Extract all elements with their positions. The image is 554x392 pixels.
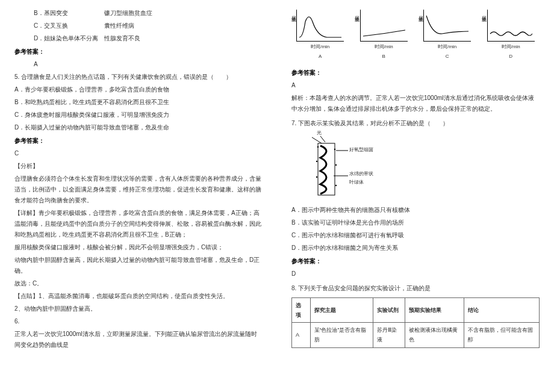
answer-header: 参考答案： — [291, 256, 540, 267]
curve-icon — [297, 10, 344, 41]
choice-line: 故选：C。 — [14, 278, 263, 289]
cell-diagram-icon — [306, 134, 366, 200]
light-label: 光 — [317, 129, 322, 137]
graph-label: B — [382, 52, 385, 61]
graph-label: C — [446, 52, 449, 61]
table-row: A 某“色拉油”是否含有脂肪 苏丹Ⅲ染液 被检测液体出现橘黄色 不含有脂肪，但可… — [292, 323, 540, 347]
y-axis-label: 尿流量 — [416, 12, 424, 14]
y-axis-label: 尿流量 — [479, 12, 488, 14]
td-reagent: 苏丹Ⅲ染液 — [373, 323, 405, 347]
x-axis-label: 时间/min — [311, 44, 329, 49]
x-axis-label: 时间/min — [375, 44, 393, 49]
answer-header: 参考答案： — [14, 135, 263, 146]
answer-header: 参考答案： — [14, 46, 263, 57]
svg-line-0 — [312, 137, 322, 143]
graph-label: D — [509, 52, 512, 61]
analysis-text: 合理膳食必须符合个体生长发育和生理状况等的需要，含有人体所需要的各种营养成分，含… — [14, 173, 263, 206]
x-axis-label: 时间/min — [502, 44, 520, 49]
svg-point-3 — [317, 146, 319, 148]
table-header-row: 选项 探究主题 实验试剂 预期实验结果 结论 — [292, 297, 540, 322]
bacteria-label: 好氧型细菌 — [349, 146, 373, 154]
detail-text-3: 动物内脏中胆固醇含量高，因此长期摄入过量的动物内脏可能导致血管堵塞，危及生命，D… — [14, 255, 263, 276]
th-topic: 探究主题 — [310, 297, 373, 322]
left-column: B．基因突变 镰刀型细胞贫血症 C．交叉互换 囊性纤维病 D．姐妹染色单体不分离… — [0, 0, 277, 392]
td-result: 被检测液体出现橘黄色 — [405, 323, 464, 347]
q4-option-c: C．交叉互换 囊性纤维病 — [14, 20, 263, 31]
answer-value: A — [291, 80, 540, 91]
tip-2: 2、动物内脏中胆固醇含量高。 — [14, 303, 263, 314]
analysis-header: 【分析】 — [14, 161, 263, 172]
chloroplast-label: 水绵的带状叶绿体 — [349, 170, 376, 187]
svg-point-8 — [335, 185, 337, 186]
td-conclusion: 不含有脂肪，但可能含有固醇 — [464, 323, 540, 347]
answer-value: C — [14, 148, 263, 159]
q7-option-b: B．该实验可证明叶绿体是光合作用的场所 — [291, 217, 540, 228]
graph-c: 尿流量 时间/min C — [424, 10, 471, 61]
td-option: A — [292, 323, 311, 347]
q6-number: 6. — [14, 316, 263, 327]
curve-icon — [361, 10, 408, 41]
answer-header: 参考答案： — [291, 67, 540, 78]
q7-option-d: D．图示中的水绵和细菌之间为寄生关系 — [291, 243, 540, 254]
q7-option-c: C．图示中的水绵和细菌都可进行有氧呼吸 — [291, 230, 540, 241]
th-option: 选项 — [292, 297, 311, 322]
td-topic: 某“色拉油”是否含有脂肪 — [310, 323, 373, 347]
svg-point-7 — [316, 176, 317, 178]
y-axis-label: 尿流量 — [352, 12, 361, 14]
detail-text-2: 服用核酸类保健口服液时，核酸会被分解，因此不会明显增强免疫力，C错误； — [14, 242, 263, 253]
th-conclusion: 结论 — [464, 297, 540, 322]
svg-point-4 — [334, 149, 335, 150]
curve-icon — [488, 10, 535, 41]
q7-stem: 7. 下图表示某实验及其结果，对此分析不正确的是（ ） — [291, 118, 540, 129]
q5-option-d: D．长期摄入过量的动物内脏可能导致血管堵塞，危及生命 — [14, 122, 263, 133]
q7-option-a: A．图示中两种生物共有的细胞器只有核糖体 — [291, 205, 540, 216]
explanation-text: 解析：本题考查人的水的调节。正常人若一次饮完1000ml清水后通过消化系统吸收会… — [291, 93, 540, 114]
document-page: B．基因突变 镰刀型细胞贫血症 C．交叉互换 囊性纤维病 D．姐妹染色单体不分离… — [0, 0, 554, 392]
th-reagent: 实验试剂 — [373, 297, 405, 322]
x-axis-label: 时间/min — [438, 44, 456, 49]
tip-1: 【点睛】1、高温能杀菌消毒，也能破坏蛋白质的空间结构，使蛋白质变性失活。 — [14, 291, 263, 302]
q4-option-d: D．姐妹染色单体不分离 性腺发育不良 — [14, 33, 263, 44]
answer-value: A — [14, 59, 263, 70]
graph-label: A — [319, 52, 322, 61]
q8-table: 选项 探究主题 实验试剂 预期实验结果 结论 A 某“色拉油”是否含有脂肪 苏丹… — [291, 297, 540, 348]
y-axis-label: 尿流量 — [288, 12, 297, 14]
th-result: 预期实验结果 — [405, 297, 464, 322]
graph-b: 尿流量 时间/min B — [360, 10, 407, 61]
svg-point-5 — [316, 161, 317, 162]
detail-text-1: 【详解】青少年要积极锻炼，合理营养，多吃富含蛋白质的食物，满足身体需要，A正确；… — [14, 208, 263, 240]
graph-d: 尿流量 时间/min D — [487, 10, 534, 61]
q5-option-b: B．和吃熟鸡蛋相比，吃生鸡蛋更不容易消化而且很不卫生 — [14, 97, 263, 108]
right-column: 尿流量 时间/min A 尿流量 时间/min B — [277, 0, 554, 392]
biology-diagram: 光 好氧型细菌 水绵的带状叶绿体 — [306, 134, 366, 200]
q5-option-c: C．身体疲惫时服用核酸类保健口服液，可明显增强免疫力 — [14, 110, 263, 120]
graph-options: 尿流量 时间/min A 尿流量 时间/min B — [291, 10, 540, 61]
q8-stem: 8. 下列关于食品安全问题的探究实验设计，正确的是 — [291, 283, 540, 294]
q4-option-b: B．基因突变 镰刀型细胞贫血症 — [14, 8, 263, 19]
q5-option-a: A．青少年要积极锻炼，合理营养，多吃富含蛋白质的食物 — [14, 84, 263, 95]
q6-text: 正常人若一次饮完1000ml清水后，立即测量尿流量。下列能正确从输尿管流出的尿流… — [14, 329, 263, 350]
answer-value: D — [291, 269, 540, 279]
q5-stem: 5. 合理膳食是人们关注的热点话题，下列有关健康饮食的观点，错误的是（ ） — [14, 72, 263, 82]
curve-icon — [424, 10, 471, 41]
graph-a: 尿流量 时间/min A — [297, 10, 344, 61]
svg-point-6 — [335, 164, 337, 166]
